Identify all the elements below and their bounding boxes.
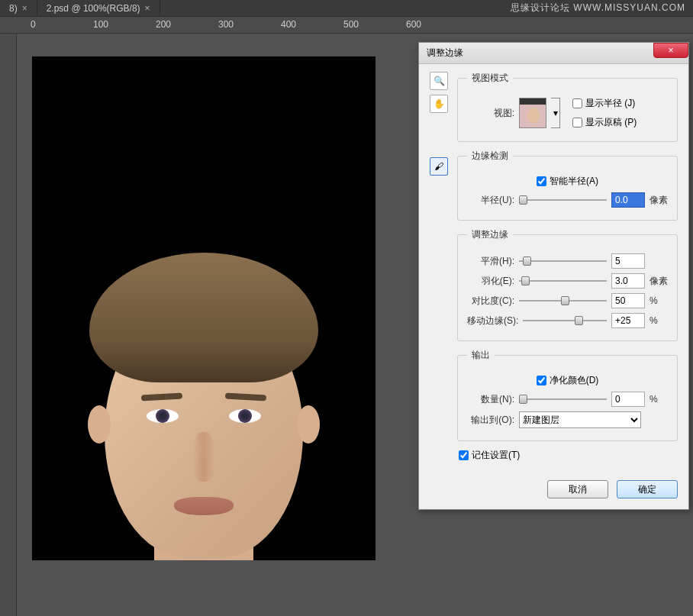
contrast-label: 对比度(C): <box>467 295 514 308</box>
edge-detection-group: 边缘检测 智能半径(A) 半径(U): 像素 <box>457 150 678 221</box>
decontaminate-checkbox[interactable] <box>537 376 546 385</box>
refine-edge-dialog: 调整边缘 × 🔍 ✋ 🖌 视图模式 视图: ▾ 显示半径 (J) 显示原稿 (P… <box>418 42 689 510</box>
close-icon[interactable]: × <box>22 3 27 14</box>
radius-label: 半径(U): <box>467 194 514 207</box>
contrast-unit: % <box>649 295 668 306</box>
dialog-title: 调整边缘 <box>427 47 463 60</box>
view-mode-legend: 视图模式 <box>467 72 513 85</box>
radius-slider[interactable] <box>519 194 607 206</box>
close-icon[interactable]: × <box>145 3 150 14</box>
output-to-label: 输出到(O): <box>467 414 514 427</box>
view-thumbnail[interactable] <box>519 98 546 128</box>
ok-button[interactable]: 确定 <box>617 480 678 498</box>
output-legend: 输出 <box>467 349 495 362</box>
feather-slider[interactable] <box>519 275 607 287</box>
show-radius-checkbox[interactable] <box>572 98 582 108</box>
hand-icon: ✋ <box>434 98 445 109</box>
tab-label: 2.psd @ 100%(RGB/8) <box>47 3 140 14</box>
contrast-input[interactable] <box>611 293 645 308</box>
adjust-edge-group: 调整边缘 平滑(H): 羽化(E): 像素 对比度(C): <box>457 228 678 341</box>
view-label: 视图: <box>467 107 514 120</box>
feather-input[interactable] <box>611 273 645 289</box>
zoom-tool[interactable]: 🔍 <box>430 72 448 90</box>
portrait-image <box>55 298 353 560</box>
amount-slider[interactable] <box>519 393 607 405</box>
dialog-titlebar[interactable]: 调整边缘 × <box>419 43 688 64</box>
remember-settings-label: 记住设置(T) <box>472 449 520 462</box>
tab-2[interactable]: 2.psd @ 100%(RGB/8) × <box>37 1 160 16</box>
smart-radius-label: 智能半径(A) <box>550 175 598 188</box>
contrast-slider[interactable] <box>519 295 607 307</box>
magnifier-icon: 🔍 <box>434 76 445 86</box>
shift-edge-unit: % <box>649 315 668 326</box>
radius-input[interactable] <box>611 192 645 208</box>
shift-edge-label: 移动边缘(S): <box>467 314 518 327</box>
canvas[interactable] <box>32 56 376 560</box>
remember-settings-checkbox[interactable] <box>459 450 469 460</box>
view-mode-group: 视图模式 视图: ▾ 显示半径 (J) 显示原稿 (P) <box>457 72 678 142</box>
amount-input[interactable] <box>611 392 645 407</box>
tab-1[interactable]: 8) × <box>0 1 37 16</box>
smooth-label: 平滑(H): <box>467 255 514 268</box>
cancel-button[interactable]: 取消 <box>547 480 608 498</box>
smart-radius-checkbox[interactable] <box>537 176 546 186</box>
view-dropdown[interactable]: ▾ <box>551 98 560 128</box>
refine-brush-tool[interactable]: 🖌 <box>430 157 448 176</box>
output-group: 输出 净化颜色(D) 数量(N): % 输出到(O): 新建图层 <box>457 349 678 441</box>
brush-icon: 🖌 <box>434 161 443 172</box>
hand-tool[interactable]: ✋ <box>430 95 448 113</box>
amount-unit: % <box>649 394 668 405</box>
show-original-checkbox[interactable] <box>572 118 582 127</box>
smooth-input[interactable] <box>611 253 645 269</box>
adjust-edge-legend: 调整边缘 <box>467 228 513 241</box>
dialog-close-button[interactable]: × <box>653 43 688 58</box>
edge-detection-legend: 边缘检测 <box>467 150 513 163</box>
shift-edge-slider[interactable] <box>523 314 607 327</box>
watermark-text: 思缘设计论坛 WWW.MISSYUAN.COM <box>511 2 685 15</box>
radius-unit: 像素 <box>649 194 668 207</box>
decontaminate-label: 净化颜色(D) <box>550 374 599 387</box>
ruler-vertical <box>0 34 17 616</box>
amount-label: 数量(N): <box>467 393 514 406</box>
show-original-label: 显示原稿 (P) <box>585 116 637 129</box>
show-radius-label: 显示半径 (J) <box>585 97 635 110</box>
ruler-horizontal: 0 100 200 300 400 500 600 <box>0 17 693 34</box>
shift-edge-input[interactable] <box>611 313 645 328</box>
output-to-select[interactable]: 新建图层 <box>519 411 641 428</box>
feather-label: 羽化(E): <box>467 275 514 288</box>
tab-label: 8) <box>9 3 18 14</box>
smooth-slider[interactable] <box>519 255 607 267</box>
feather-unit: 像素 <box>649 275 668 288</box>
